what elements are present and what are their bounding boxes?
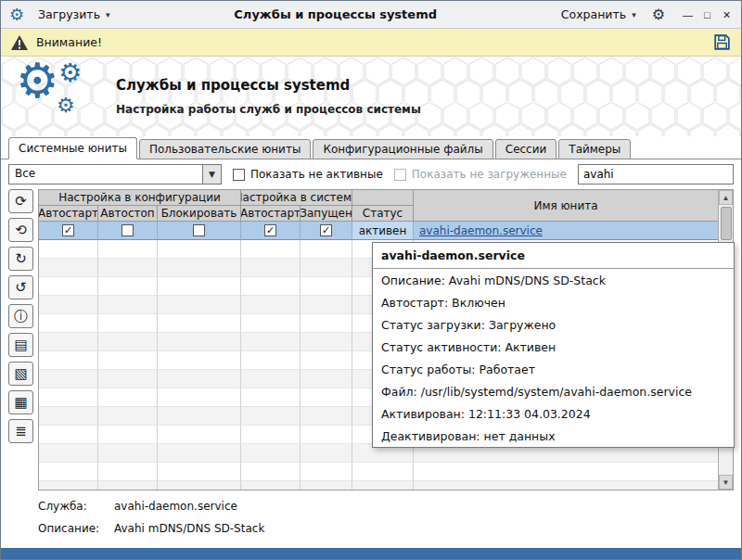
- group-header-status-spacer: [352, 190, 414, 206]
- chevron-down-icon[interactable]: ▼: [202, 165, 221, 184]
- tab-user-units[interactable]: Пользовательские юниты: [139, 139, 311, 159]
- scroll-up-icon[interactable]: ▲: [719, 190, 733, 205]
- unit-journal-button[interactable]: ▤: [8, 333, 33, 357]
- bottom-status-strip: [1, 548, 741, 559]
- show-unloaded-checkbox: Показать не загруженные: [394, 168, 567, 181]
- maximize-button[interactable]: □: [698, 6, 716, 23]
- app-header: ⚙⚙⚙ Службы и процессы systemd Настройка …: [1, 57, 741, 136]
- table-row[interactable]: [39, 481, 718, 490]
- chevron-down-icon: ▾: [106, 10, 110, 19]
- description-row: Описание: Avahi mDNS/DNS SD-Stack: [38, 522, 734, 535]
- running-checkbox[interactable]: [320, 224, 332, 236]
- header-text: Службы и процессы systemd Настройка рабо…: [116, 77, 421, 116]
- close-button[interactable]: ×: [718, 6, 736, 23]
- side-toolbar: ⟳ ⟲ ↻ ↺ ⓘ ▤ ▧ ▦ ≣: [8, 189, 34, 490]
- table-header: Настройка в конфигурации Настройка в сис…: [39, 190, 718, 222]
- tab-bar: Системные юниты Пользовательские юниты К…: [1, 136, 741, 159]
- tooltip-description: Описание: Avahi mDNS/DNS SD-Stack: [373, 269, 734, 291]
- description-label: Описание:: [38, 522, 114, 535]
- app-gear-icon: ⚙: [6, 5, 27, 25]
- title-bar: ⚙ Загрузить ▾ Службы и процессы systemd …: [1, 1, 741, 29]
- table-row[interactable]: [39, 463, 718, 481]
- window-title: Службы и процессы systemd: [122, 7, 550, 21]
- block-checkbox[interactable]: [193, 224, 205, 236]
- unit-console-button[interactable]: ▦: [8, 390, 33, 414]
- restart-unit-button[interactable]: ↻: [8, 247, 33, 271]
- search-input[interactable]: [578, 164, 734, 185]
- page-subtitle: Настройка работы служб и процессов систе…: [116, 103, 421, 116]
- warning-bar: Внимание!: [1, 29, 741, 57]
- group-header-config: Настройка в конфигурации: [39, 190, 241, 206]
- checkbox-box[interactable]: [233, 169, 245, 181]
- load-menu-button[interactable]: Загрузить ▾: [32, 4, 116, 25]
- tab-sessions[interactable]: Сессии: [495, 139, 557, 159]
- detail-footer: Служба: avahi-daemon.service Описание: A…: [1, 490, 741, 548]
- column-header-autostart-config[interactable]: Автостарт: [39, 206, 98, 222]
- refresh-button[interactable]: ⟳: [8, 189, 33, 213]
- table-row-avahi[interactable]: активен avahi-daemon.service: [39, 222, 718, 240]
- unit-list-button[interactable]: ≣: [8, 419, 33, 443]
- app-window: ⚙ Загрузить ▾ Службы и процессы systemd …: [0, 0, 742, 560]
- autostop-checkbox[interactable]: [122, 224, 134, 236]
- column-header-autostop[interactable]: Автостоп: [98, 206, 158, 222]
- settings-gear-button[interactable]: ⚙: [647, 4, 670, 25]
- filter-row: Все ▼ Показать не активные Показать не з…: [1, 159, 741, 189]
- unit-name-link[interactable]: avahi-daemon.service: [419, 224, 543, 237]
- group-header-system: Настройка в системе: [241, 190, 352, 206]
- tab-system-units[interactable]: Системные юниты: [8, 137, 137, 159]
- tooltip-deactivated: Деактивирован: нет данных: [373, 425, 734, 447]
- app-logo-gears-icon: ⚙⚙⚙: [16, 62, 101, 131]
- save-menu-button[interactable]: Сохранить ▾: [556, 4, 642, 25]
- column-header-autostart-system[interactable]: Автостарт: [241, 206, 301, 222]
- status-badge: активен: [352, 222, 414, 240]
- tooltip-title: avahi-daemon.service: [373, 243, 734, 269]
- unit-file-button[interactable]: ▧: [8, 362, 33, 386]
- reload-daemon-button[interactable]: ⟲: [8, 218, 33, 242]
- load-menu-label: Загрузить: [38, 7, 100, 21]
- tooltip-run-status: Статус работы: Работает: [373, 358, 734, 380]
- tooltip-autostart: Автостарт: Включен: [373, 291, 734, 313]
- show-unloaded-label: Показать не загруженные: [412, 168, 567, 181]
- tooltip-activated: Активирован: 12:11:33 04.03.2024: [373, 402, 734, 425]
- unit-filter-value: Все: [9, 165, 202, 184]
- unit-filter-dropdown[interactable]: Все ▼: [8, 164, 222, 185]
- show-inactive-label: Показать не активные: [250, 168, 383, 181]
- scroll-down-icon[interactable]: ▼: [719, 475, 733, 490]
- checkbox-box: [394, 169, 406, 181]
- revert-unit-button[interactable]: ↺: [8, 275, 33, 299]
- save-menu-label: Сохранить: [561, 7, 626, 21]
- unit-info-button[interactable]: ⓘ: [8, 304, 33, 328]
- service-row: Служба: avahi-daemon.service: [38, 500, 734, 513]
- minimize-button[interactable]: —: [679, 6, 697, 23]
- warning-triangle-icon: [10, 34, 29, 51]
- tooltip-load-status: Статус загрузки: Загружено: [373, 313, 734, 336]
- service-value: avahi-daemon.service: [114, 500, 237, 513]
- unit-info-tooltip: avahi-daemon.service Описание: Avahi mDN…: [372, 242, 735, 448]
- tooltip-active-status: Статус активности: Активен: [373, 336, 734, 358]
- column-header-running[interactable]: Запущен: [301, 206, 352, 222]
- service-label: Служба:: [38, 500, 114, 513]
- column-header-status[interactable]: Статус: [352, 206, 414, 222]
- warning-text: Внимание!: [36, 35, 102, 49]
- save-file-icon[interactable]: [712, 32, 732, 52]
- tab-config-files[interactable]: Конфигурационные файлы: [313, 139, 493, 159]
- tooltip-file-path: Файл: /usr/lib/systemd/system/avahi-daem…: [373, 380, 734, 402]
- window-controls: — □ ×: [679, 6, 736, 23]
- tab-timers[interactable]: Таймеры: [558, 139, 631, 159]
- column-header-unit-name[interactable]: Имя юнита: [414, 190, 718, 222]
- show-inactive-checkbox[interactable]: Показать не активные: [233, 168, 383, 181]
- autostart-system-checkbox[interactable]: [264, 224, 276, 236]
- column-header-block[interactable]: Блокировать: [158, 206, 241, 222]
- chevron-down-icon: ▾: [632, 10, 636, 19]
- scrollbar-thumb[interactable]: [721, 207, 732, 240]
- autostart-config-checkbox[interactable]: [62, 224, 74, 236]
- page-title: Службы и процессы systemd: [116, 77, 421, 94]
- description-value: Avahi mDNS/DNS SD-Stack: [114, 522, 264, 535]
